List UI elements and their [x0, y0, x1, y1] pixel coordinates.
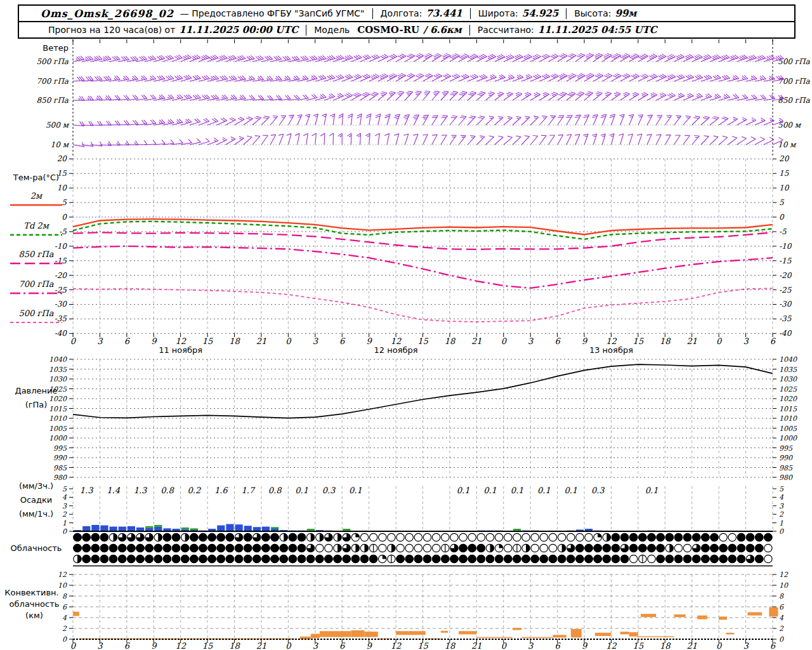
wind-barb-staff	[414, 134, 418, 145]
wind-barb-feather	[714, 117, 719, 118]
wind-barb-feather	[778, 137, 783, 140]
wind-barb-feather	[426, 55, 431, 56]
wind-barb-half-feather	[712, 58, 715, 60]
calculated-label: Рассчитано:	[478, 25, 534, 35]
cloud-symbol-full	[612, 544, 619, 552]
bottom-hour-label: 3	[528, 641, 534, 650]
cloud-symbol-full	[594, 555, 601, 562]
convective-cloud-block	[396, 631, 426, 635]
wind-barb-staff	[521, 136, 529, 145]
wind-barb-staff	[244, 119, 253, 125]
wind-barb-feather	[616, 53, 620, 55]
wind-barb-staff	[611, 76, 621, 81]
cloud-symbol-full	[719, 544, 727, 552]
cloud-symbol-circle	[728, 533, 736, 541]
wind-barb-half-feather	[543, 95, 546, 96]
pressure-ytick-left: 1040	[49, 355, 67, 364]
pressure-ytick-right: 1015	[779, 405, 797, 413]
wind-barb-staff	[261, 135, 268, 145]
wind-barb-half-feather	[757, 58, 760, 60]
wind-barb-staff	[504, 137, 513, 145]
wind-barb-staff	[647, 134, 652, 145]
cloud-symbol-full	[710, 533, 718, 541]
wind-barb-feather	[398, 93, 403, 93]
cloud-symbol-fraction	[606, 533, 610, 541]
wind-barb-feather	[559, 95, 564, 96]
wind-barb-feather	[606, 92, 612, 94]
model-label: Модель	[314, 25, 350, 35]
wind-barb-feather	[498, 116, 503, 117]
cloud-symbol-full	[298, 533, 305, 541]
header-row-1: Oms_Omsk_26698_02 — Предоставлено ФГБУ "…	[19, 6, 794, 22]
cloud-symbol-full	[549, 555, 556, 562]
wind-barb-half-feather	[752, 120, 754, 121]
cloud-symbol-full	[396, 555, 404, 562]
wind-barb-half-feather	[508, 118, 511, 119]
conv-ytick-right: 0	[779, 635, 784, 644]
cloud-symbol-full	[280, 544, 287, 552]
wind-barb-half-feather	[340, 135, 343, 137]
wind-barb-staff	[387, 76, 397, 81]
wind-barb-feather	[542, 116, 547, 117]
precip-3h-value: 0.1	[349, 486, 362, 495]
cloud-symbol-full	[289, 544, 296, 552]
cloud-symbol-full	[468, 544, 476, 552]
wind-barb-feather	[419, 54, 424, 56]
wind-barb-staff	[288, 115, 294, 125]
precip-green-segment	[154, 525, 162, 527]
cloud-symbol-full	[100, 544, 108, 552]
cloud-symbol-full	[540, 555, 547, 562]
cloud-symbol-full	[199, 555, 207, 562]
wind-barb-staff	[360, 133, 361, 145]
bottom-hour-label: 6	[124, 641, 131, 650]
wind-barb-staff	[647, 115, 653, 125]
wind-barb-feather	[558, 135, 563, 135]
temp-ytick-left: -20	[55, 271, 68, 280]
wind-barb-staff	[710, 78, 721, 81]
wind-barb-feather	[648, 115, 653, 116]
wind-barb-feather	[433, 56, 438, 58]
precip-ytick-right: 5	[779, 485, 784, 493]
wind-barb-staff	[665, 135, 671, 145]
wind-barb-staff	[701, 78, 712, 81]
wind-barb-feather	[417, 55, 422, 56]
convective-cloud-block	[620, 632, 629, 634]
wind-barb-feather	[422, 135, 428, 135]
pressure-ytick-left: 985	[53, 464, 67, 472]
wind-barb-staff	[485, 93, 494, 100]
wind-barb-half-feather	[724, 96, 726, 98]
cloud-symbol-full	[298, 544, 305, 552]
convective-cloud-block	[365, 632, 378, 637]
wind-barb-staff	[405, 56, 415, 62]
wind-barb-half-feather	[336, 58, 338, 60]
wind-barb-feather	[586, 56, 591, 58]
precip-ytick-left: 1	[62, 519, 67, 527]
wind-barb-half-feather	[534, 118, 537, 119]
cloud-symbol-circle	[504, 544, 512, 552]
cloud-symbol-full	[728, 555, 736, 562]
wind-barb-staff	[495, 93, 504, 100]
cloud-symbol-fraction	[391, 544, 395, 552]
cloud-symbol-circle	[396, 533, 404, 541]
cloud-symbol-full	[442, 555, 449, 562]
wind-barb-staff	[746, 120, 756, 125]
cloud-symbol-full	[737, 533, 745, 541]
wind-barb-staff	[351, 114, 352, 125]
cloud-symbol-circle	[379, 533, 386, 541]
cloud-symbol-fraction	[284, 533, 287, 541]
cloud-symbol-full	[154, 544, 162, 552]
pressure-ytick-left: 1015	[49, 405, 67, 413]
model-name: COSMO-RU	[357, 24, 419, 36]
header-row-2: Прогноз на 120 часа(ов) от 11.11.2025 00…	[19, 22, 794, 37]
cloud-symbol-circle	[405, 544, 413, 552]
wind-barb-feather	[615, 55, 619, 56]
cloud-symbol-full	[576, 544, 584, 552]
wind-barb-half-feather	[434, 95, 436, 95]
wind-barb-feather	[713, 136, 718, 137]
precip-ytick-right: 4	[779, 493, 784, 501]
convective-cloud-block	[351, 630, 364, 637]
temp-ytick-right: -30	[779, 300, 792, 308]
cloud-symbol-full	[91, 544, 99, 552]
convective-cloud-block	[459, 631, 476, 634]
separator	[372, 8, 373, 19]
